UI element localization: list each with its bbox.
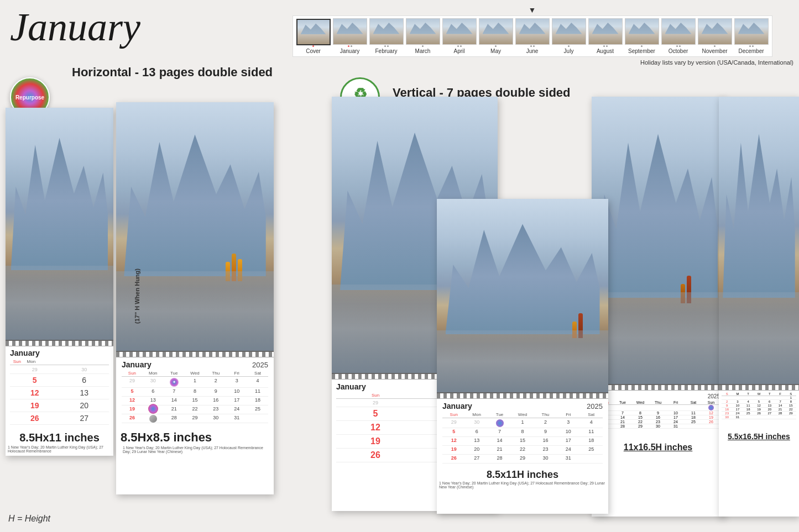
cal-grid-back: January Sun Mon 29 30 5 6 12 13 19 20 26… [6,346,113,427]
nav-thumb-may[interactable]: May [479,18,513,54]
october-thumb-label: October [669,48,688,54]
september-thumbnail-img [625,18,659,45]
july-thumbnail-img [552,18,586,45]
horizontal-label: Horizontal - 13 pages double sided [72,65,273,80]
autumn-trees-square [226,254,242,281]
spiral-v4 [719,384,799,391]
size-label-large: 8.5Hx11 inches [6,427,113,445]
january-title: January [10,4,140,50]
autumn-trees-v3 [681,276,691,303]
january-thumb-label: January [340,48,360,54]
november-thumb-label: November [702,48,727,54]
nav-thumb-february[interactable]: February [369,18,404,54]
september-thumb-label: September [628,48,655,54]
april-thumb-label: April [453,48,464,54]
size-label-v4: 5.5x16.5H inches [722,432,796,441]
nav-thumb-november[interactable]: November [698,18,732,54]
march-thumbnail-img [406,18,440,45]
spiral-v3 [592,384,724,391]
cover-label: Cover [306,48,321,54]
december-thumbnail-img [734,18,769,45]
card-vertical-medium: January 2025 Sun Mon Tue Wed Thu Fri Sat… [437,199,608,514]
march-thumb-label: March [415,48,431,54]
nav-thumb-january[interactable]: January [333,18,367,54]
december-thumb-label: December [738,48,764,54]
february-thumb-label: February [375,48,397,54]
card-vertical-small: S M T W T F S 1 2 3 4 5 6 7 8 9 [719,97,799,517]
h-equals-height-label: H = Height [8,514,50,524]
nav-thumb-august[interactable]: August [588,18,623,54]
january-thumbnail-img [333,18,367,45]
card-vertical-tall: y 2025 Mon Tue Wed Thu Fri Sat Sun 6 7 [592,97,724,517]
top-navigation: ▼ Cover January F [271,6,793,66]
february-thumbnail-img [369,18,404,45]
h-when-hung-label-2: (17" H When Hung) [134,268,140,324]
cal-month-square: January [122,360,152,369]
cal-grid-v3: y 2025 Mon Tue Wed Thu Fri Sat Sun 6 7 [592,391,724,431]
cover-dot [312,45,314,47]
size-label-v3: 11x16.5H inches [596,443,720,452]
cal-month-v2: January [442,402,472,410]
august-thumbnail-img [588,18,623,45]
nav-thumb-september[interactable]: September [625,18,659,54]
cover-thumbnail-img [296,19,331,45]
cal-grid-v4: S M T W T F S 1 2 3 4 5 6 7 8 9 [719,391,799,421]
cal-grid-v2: January 2025 Sun Mon Tue Wed Thu Fri Sat… [437,399,608,466]
june-thumb-label: June [526,48,539,54]
landscape-photo-v4 [719,97,799,384]
landscape-photo-v3 [592,97,724,384]
november-thumbnail-img [698,18,732,45]
card-horizontal-large-back: January Sun Mon 29 30 5 6 12 13 19 20 26… [6,108,113,456]
october-thumbnail-img [661,18,696,45]
footnote-large: 1 New Year's Day; 20 Martin Luther King … [6,445,113,454]
nav-thumb-october[interactable]: October [661,18,696,54]
nav-thumb-december[interactable]: December [734,18,769,54]
landscape-photo-back [6,108,113,340]
may-thumb-label: May [490,48,501,54]
cal-year-v2: 2025 [587,402,603,410]
size-label-v2: 8.5x11H inches [437,466,608,481]
autumn-trees-v2 [572,313,583,338]
footnote-square: 1 New Year's Day; 20 Martin Luther King … [121,446,269,455]
cal-year-square: 2025 [252,361,268,369]
cal-month-back: January [10,349,40,357]
nav-thumb-march[interactable]: March [406,18,440,54]
spiral-square [116,351,274,357]
cal-grid-square: January 2025 Sun Mon Tue Wed Thu Fri Sat… [116,357,274,426]
spiral-v2 [437,392,608,399]
june-thumbnail-img [515,18,550,45]
nav-thumb-june[interactable]: June [515,18,550,54]
april-thumbnail-img [442,18,477,45]
month-thumbnails: Cover January February [293,15,772,57]
july-thumb-label: July [564,48,574,54]
nav-thumb-cover[interactable]: Cover [296,19,331,54]
nav-thumb-april[interactable]: April [442,18,477,54]
footnote-v2: 1 New Year's Day; 20 Martin Luther King … [437,481,608,490]
cal-month-v1: January [336,382,366,391]
nav-thumb-july[interactable]: July [552,18,586,54]
spiral-back [6,340,113,346]
size-label-square: 8.5Hx8.5 inches [121,428,269,446]
may-thumbnail-img [479,18,513,45]
holiday-note: Holiday lists vary by version (USA/Canad… [271,59,793,66]
landscape-photo-v2 [437,199,608,392]
repurpose-text: Repurpose [15,94,44,101]
august-thumb-label: August [597,48,614,54]
nav-arrow: ▼ [529,6,536,14]
